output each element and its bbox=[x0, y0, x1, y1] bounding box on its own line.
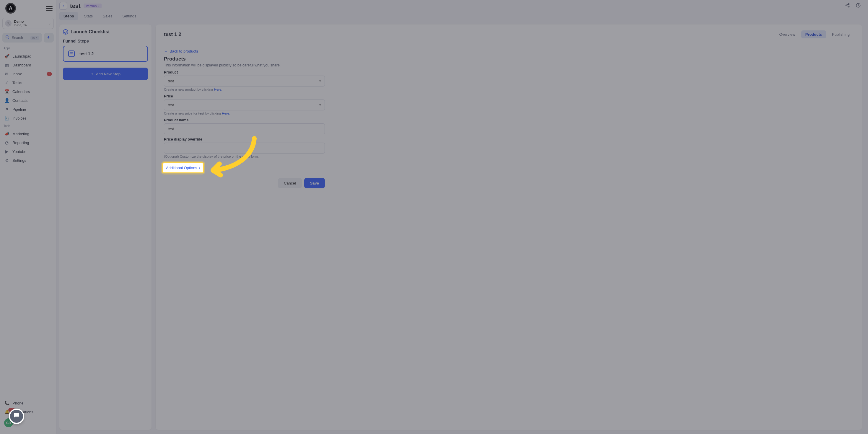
nav-apps: 🚀Launchpad ▦Dashboard ✉Inbox0 ✓Tasks 📅Ca… bbox=[0, 51, 56, 123]
svg-line-2 bbox=[8, 38, 9, 39]
create-price-link[interactable]: Here. bbox=[222, 112, 230, 115]
arrow-left-icon: ← bbox=[164, 49, 168, 54]
section-label-tools: Tools bbox=[0, 123, 56, 129]
nav-label: Pipeline bbox=[12, 107, 26, 112]
nav-profile[interactable]: GR ile bbox=[0, 416, 56, 429]
caret-down-icon: ▾ bbox=[319, 79, 321, 83]
products-heading: Products bbox=[164, 56, 854, 62]
nav-calendars[interactable]: 📅Calendars bbox=[0, 87, 56, 96]
tab-publishing[interactable]: Publishing bbox=[828, 30, 854, 38]
steps-panel: Launch Checklist Funnel Steps test 1 2 ＋… bbox=[59, 25, 152, 430]
inbox-badge: 0 bbox=[46, 72, 52, 76]
inbox-icon: ✉ bbox=[4, 71, 9, 76]
version-chip: Version 2 bbox=[84, 4, 102, 8]
tab-products[interactable]: Products bbox=[801, 30, 826, 38]
info-button[interactable] bbox=[855, 1, 862, 11]
svg-point-1 bbox=[6, 36, 8, 38]
plus-icon: ＋ bbox=[90, 71, 94, 76]
gear-icon: ⚙ bbox=[4, 158, 9, 163]
product-label: Product bbox=[164, 70, 854, 74]
pipeline-icon: ⚑ bbox=[4, 107, 9, 112]
product-value: test bbox=[168, 79, 174, 83]
product-name-input[interactable] bbox=[164, 123, 325, 134]
nav-label: Invoices bbox=[12, 116, 27, 120]
tab-overview[interactable]: Overview bbox=[775, 30, 799, 38]
nav-invoices[interactable]: 🧾Invoices bbox=[0, 114, 56, 123]
main: ‹ test Version 2 Steps Stats Sales Setti… bbox=[56, 0, 868, 434]
app-logo: A bbox=[5, 3, 16, 13]
nav-contacts[interactable]: 👤Contacts bbox=[0, 96, 56, 105]
bolt-icon bbox=[46, 35, 51, 40]
invoices-icon: 🧾 bbox=[4, 116, 9, 120]
detail-panel: test 1 2 Overview Products Publishing ← … bbox=[156, 25, 862, 430]
detail-tabs: Overview Products Publishing bbox=[775, 30, 854, 38]
nav-label: Calendars bbox=[12, 89, 30, 94]
chat-widget[interactable] bbox=[9, 409, 24, 424]
nav-dashboard[interactable]: ▦Dashboard bbox=[0, 61, 56, 69]
price-select[interactable]: test ▾ bbox=[164, 99, 325, 111]
funnel-steps-label: Funnel Steps bbox=[63, 39, 148, 43]
search-icon bbox=[5, 35, 9, 40]
products-desc: This information will be displayed publi… bbox=[164, 63, 854, 67]
search-label: Search bbox=[12, 36, 28, 40]
chevron-left-icon: ‹ bbox=[63, 4, 64, 8]
mail-icon bbox=[68, 51, 75, 57]
nav-label: Phone bbox=[12, 401, 24, 405]
workspace-name: Demo bbox=[14, 20, 46, 24]
svg-point-13 bbox=[858, 4, 859, 4]
svg-line-9 bbox=[847, 4, 848, 5]
svg-rect-4 bbox=[16, 414, 17, 415]
create-product-link[interactable]: Here. bbox=[214, 88, 222, 91]
nav-reporting[interactable]: ◔Reporting bbox=[0, 138, 56, 147]
chevron-down-icon: ⌄ bbox=[49, 22, 51, 25]
search-button[interactable]: Search ⌘ K bbox=[2, 33, 42, 42]
topbar: ‹ test Version 2 bbox=[56, 0, 868, 12]
tab-sales[interactable]: Sales bbox=[99, 12, 117, 20]
sidebar: A Demo Irvine, CA ⌄ Search ⌘ K bbox=[0, 0, 56, 434]
nav-label: Inbox bbox=[12, 72, 22, 76]
rocket-icon: 🚀 bbox=[4, 54, 9, 58]
tab-steps[interactable]: Steps bbox=[59, 12, 78, 20]
contacts-icon: 👤 bbox=[4, 98, 9, 103]
dashboard-icon: ▦ bbox=[4, 63, 9, 67]
megaphone-icon: 📣 bbox=[4, 131, 9, 136]
nav-launchpad[interactable]: 🚀Launchpad bbox=[0, 52, 56, 61]
nav-inbox[interactable]: ✉Inbox0 bbox=[0, 69, 56, 78]
nav-label: Contacts bbox=[12, 98, 28, 103]
section-label-apps: Apps bbox=[0, 45, 56, 51]
funnel-step-card[interactable]: test 1 2 bbox=[63, 46, 148, 62]
price-value: test bbox=[168, 103, 174, 107]
nav-youtube[interactable]: ▶Youtube bbox=[0, 147, 56, 156]
back-to-products-link[interactable]: ← Back to products bbox=[164, 49, 198, 54]
nav-label: Settings bbox=[12, 158, 26, 163]
nav-tools: 📣Marketing ◔Reporting ▶Youtube ⚙Settings bbox=[0, 129, 56, 165]
tab-settings[interactable]: Settings bbox=[118, 12, 141, 20]
annotation-highlight: Additional Options › bbox=[162, 162, 204, 173]
product-name-label: Product name bbox=[164, 118, 854, 122]
nav-tasks[interactable]: ✓Tasks bbox=[0, 78, 56, 87]
annotation-arrow-icon bbox=[201, 135, 263, 180]
price-help: Create a new price for test by clicking … bbox=[164, 112, 854, 115]
nav-phone[interactable]: 📞Phone bbox=[0, 399, 56, 407]
nav-pipeline[interactable]: ⚑Pipeline bbox=[0, 105, 56, 114]
nav-notifications[interactable]: 🔔Notifications10 bbox=[0, 407, 56, 416]
share-button[interactable] bbox=[844, 1, 851, 11]
quick-actions-button[interactable] bbox=[44, 33, 54, 42]
nav-label: Launchpad bbox=[12, 54, 31, 58]
back-button[interactable]: ‹ bbox=[59, 2, 67, 10]
product-select[interactable]: test ▾ bbox=[164, 75, 325, 87]
workspace-switcher[interactable]: Demo Irvine, CA ⌄ bbox=[2, 18, 54, 29]
cancel-button[interactable]: Cancel bbox=[278, 178, 302, 188]
nav-settings[interactable]: ⚙Settings bbox=[0, 156, 56, 165]
add-step-button[interactable]: ＋ Add New Step bbox=[63, 68, 148, 80]
checklist-title: Launch Checklist bbox=[70, 29, 110, 35]
nav-label: Dashboard bbox=[12, 63, 31, 67]
tab-stats[interactable]: Stats bbox=[80, 12, 97, 20]
chat-icon bbox=[13, 412, 20, 421]
menu-toggle-icon[interactable] bbox=[46, 6, 53, 11]
calendar-icon: 📅 bbox=[4, 89, 9, 94]
save-button[interactable]: Save bbox=[304, 178, 325, 188]
nav-marketing[interactable]: 📣Marketing bbox=[0, 129, 56, 138]
sidebar-footer: 📞Phone 🔔Notifications10 GR ile bbox=[0, 397, 56, 434]
nav-label: Youtube bbox=[12, 149, 26, 154]
